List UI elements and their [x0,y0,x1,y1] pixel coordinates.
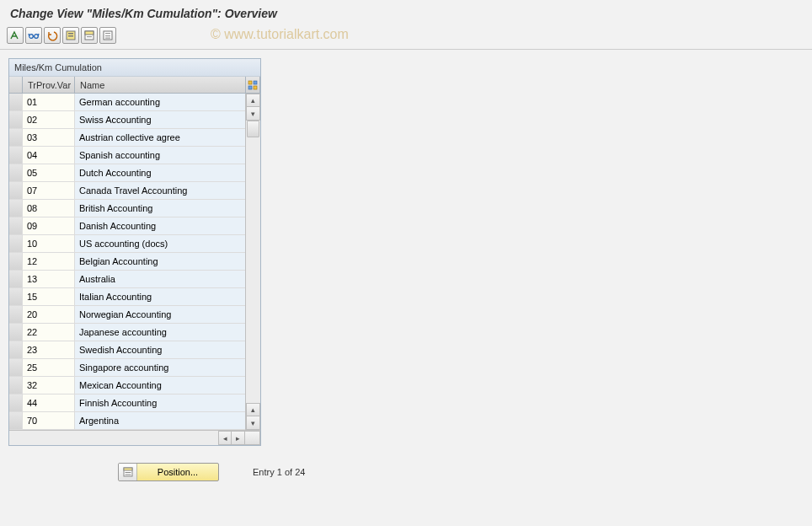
table-row[interactable]: 22Japanese accounting [9,324,245,341]
svg-rect-9 [105,33,110,34]
cell-trprov[interactable]: 01 [23,94,75,110]
table-row[interactable]: 05Dutch Accounting [9,164,245,182]
table-row[interactable]: 15Italian Accounting [9,288,245,306]
cell-name[interactable]: British Accounting [75,200,245,217]
header-select-column[interactable] [9,77,23,93]
toolbar-deselect-all-icon[interactable] [99,27,116,44]
row-selector[interactable] [9,235,23,252]
row-selector[interactable] [9,324,23,341]
toolbar-glasses-icon[interactable] [25,27,42,44]
scroll-down-icon[interactable]: ▾ [246,416,260,430]
table-row[interactable]: 44Finnish Accounting [9,394,245,412]
cell-name[interactable]: Norwegian Accounting [75,306,245,323]
cell-trprov[interactable]: 03 [23,129,75,146]
table-row[interactable]: 32Mexican Accounting [9,377,245,394]
cell-name[interactable]: Argentina [75,412,245,429]
row-selector[interactable] [9,147,23,164]
scroll-up-end-icon[interactable]: ▴ [246,403,260,416]
cell-name[interactable]: Singapore accounting [75,359,245,376]
table-row[interactable]: 08British Accounting [9,200,245,217]
table-row[interactable]: 09Danish Accounting [9,217,245,235]
cell-trprov[interactable]: 22 [23,324,75,341]
toolbar-undo-icon[interactable] [44,27,61,44]
cell-name[interactable]: Danish Accounting [75,217,245,234]
table-row[interactable]: 10US accounting (docs) [9,235,245,253]
table-row[interactable]: 03Austrian collective agree [9,129,245,147]
table-row[interactable]: 01German accounting [9,94,245,111]
table-row[interactable]: 12Belgian Accounting [9,253,245,271]
cell-trprov[interactable]: 10 [23,235,75,252]
table-row[interactable]: 13Australia [9,271,245,288]
cell-trprov[interactable]: 32 [23,377,75,394]
row-selector[interactable] [9,94,23,110]
table-row[interactable]: 04Spanish accounting [9,147,245,164]
cell-name[interactable]: Canada Travel Accounting [75,182,245,199]
position-button[interactable]: Position... [118,463,219,481]
scroll-thumb[interactable] [247,121,259,137]
table-row[interactable]: 02Swiss Accounting [9,111,245,129]
scroll-track[interactable] [246,121,260,403]
cell-trprov[interactable]: 25 [23,359,75,376]
table-row[interactable]: 25Singapore accounting [9,359,245,377]
table-row[interactable]: 07Canada Travel Accounting [9,182,245,200]
row-selector[interactable] [9,182,23,199]
cell-trprov[interactable]: 05 [23,164,75,181]
cell-name[interactable]: Mexican Accounting [75,377,245,394]
scroll-right-icon[interactable]: ▸ [232,431,245,445]
row-selector[interactable] [9,111,23,128]
table-row[interactable]: 23Swedish Accounting [9,341,245,359]
cell-name[interactable]: German accounting [75,94,245,110]
cell-name[interactable]: Dutch Accounting [75,164,245,181]
cell-name[interactable]: Japanese accounting [75,324,245,341]
scroll-up-icon[interactable]: ▴ [246,94,260,107]
row-selector[interactable] [9,377,23,394]
cell-trprov[interactable]: 44 [23,394,75,411]
row-selector[interactable] [9,164,23,181]
row-selector[interactable] [9,341,23,358]
row-selector[interactable] [9,359,23,376]
cell-trprov[interactable]: 02 [23,111,75,128]
cell-name[interactable]: Italian Accounting [75,288,245,305]
cell-trprov[interactable]: 23 [23,341,75,358]
toolbar-change-icon[interactable] [7,27,24,44]
cell-name[interactable]: Swedish Accounting [75,341,245,358]
cell-name[interactable]: Spanish accounting [75,147,245,164]
cell-name[interactable]: Swiss Accounting [75,111,245,128]
toolbar-select-all-icon[interactable] [62,27,79,44]
cell-trprov[interactable]: 20 [23,306,75,323]
svg-rect-13 [254,81,257,84]
toolbar-select-block-icon[interactable] [81,27,98,44]
row-selector[interactable] [9,271,23,287]
cell-name[interactable]: Belgian Accounting [75,253,245,270]
horizontal-scrollbar[interactable]: ◂ ▸ [9,430,260,445]
row-selector[interactable] [9,217,23,234]
scroll-left-icon[interactable]: ◂ [218,431,232,445]
cell-name[interactable]: Austrian collective agree [75,129,245,146]
cell-trprov[interactable]: 13 [23,271,75,287]
cell-trprov[interactable]: 09 [23,217,75,234]
row-selector[interactable] [9,253,23,270]
scroll-down-step-icon[interactable]: ▾ [246,107,260,121]
row-selector[interactable] [9,200,23,217]
cell-trprov[interactable]: 70 [23,412,75,429]
row-selector[interactable] [9,394,23,411]
row-selector[interactable] [9,306,23,323]
table-row[interactable]: 20Norwegian Accounting [9,306,245,324]
column-header-name[interactable]: Name [75,77,245,93]
row-selector[interactable] [9,412,23,429]
cell-name[interactable]: Finnish Accounting [75,394,245,411]
cell-trprov[interactable]: 08 [23,200,75,217]
cell-trprov[interactable]: 12 [23,253,75,270]
table-row[interactable]: 70Argentina [9,412,245,430]
cell-name[interactable]: Australia [75,271,245,287]
cell-trprov[interactable]: 07 [23,182,75,199]
cell-name[interactable]: US accounting (docs) [75,235,245,252]
cell-trprov[interactable]: 15 [23,288,75,305]
vertical-scrollbar[interactable]: ▴ ▾ ▴ ▾ [245,94,260,430]
svg-rect-19 [125,475,131,475]
row-selector[interactable] [9,288,23,305]
table-configure-icon[interactable] [245,77,260,93]
row-selector[interactable] [9,129,23,146]
cell-trprov[interactable]: 04 [23,147,75,164]
column-header-trprov[interactable]: TrProv.Var [23,77,75,93]
